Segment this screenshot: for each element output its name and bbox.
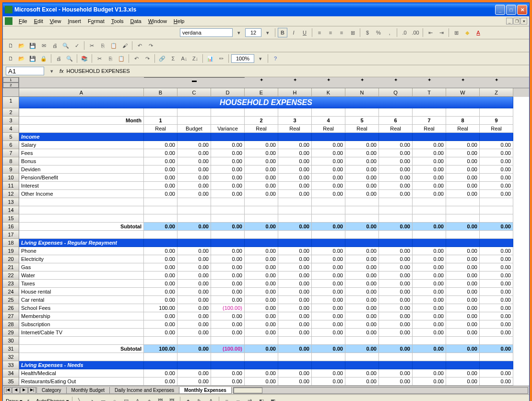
cell[interactable]: 2 [245,117,278,125]
horizontal-scrollbar[interactable] [233,387,528,394]
cell[interactable]: 0.00 [345,157,379,165]
cell[interactable]: 0.00 [278,345,312,353]
cell[interactable]: 0.00 [413,141,446,149]
cell[interactable] [177,214,211,223]
cell[interactable]: 0.00 [345,263,379,271]
cell[interactable] [446,337,480,345]
cell[interactable] [446,239,480,247]
cell[interactable]: House rental [19,288,144,296]
cell[interactable]: Real [480,125,513,133]
sheet-title[interactable]: HOUSEHOLD EXPENSES [19,97,513,108]
cell[interactable]: 0.00 [379,304,413,312]
cell[interactable]: 0.00 [278,223,312,231]
cell[interactable]: 0.00 [345,190,379,198]
menu-edit[interactable]: Edit [31,17,47,25]
cell[interactable]: 0.00 [480,329,513,337]
cell[interactable]: 0.00 [278,296,312,304]
cell[interactable] [278,239,312,247]
cell[interactable]: 0.00 [312,280,345,288]
doc-minimize[interactable]: _ [506,18,513,24]
cell[interactable]: 0.00 [312,149,345,157]
cell[interactable]: 0.00 [446,304,480,312]
decrease-indent-icon[interactable]: ⇤ [426,28,435,37]
cell[interactable] [379,214,413,223]
cell[interactable]: Membership [19,312,144,320]
redo2-icon[interactable]: ↷ [142,54,152,63]
cell[interactable]: 0.00 [211,182,245,190]
row-header[interactable]: 23 [3,280,19,288]
tab-nav-button[interactable]: ▶ [20,387,28,394]
draw-menu[interactable]: Draw ▾ [6,398,23,401]
cell[interactable]: 0.00 [446,165,480,174]
row-header[interactable]: 14 [3,206,19,214]
cell[interactable]: 0.00 [144,174,177,182]
cell[interactable]: 0.00 [480,271,513,280]
cell[interactable]: 0.00 [446,296,480,304]
rectangle-icon[interactable]: ▭ [98,396,108,401]
cell[interactable]: 0.00 [144,165,177,174]
cell[interactable]: (100.00) [211,345,245,353]
cell[interactable]: 0.00 [211,149,245,157]
cell[interactable]: 0.00 [345,320,379,329]
cell[interactable]: 0.00 [413,165,446,174]
cell[interactable]: 0.00 [379,157,413,165]
cell[interactable] [312,133,345,141]
cell[interactable] [446,361,480,369]
maximize-button[interactable]: □ [506,5,516,15]
cell[interactable]: 0.00 [379,312,413,320]
cell[interactable]: 0.00 [379,247,413,255]
cell[interactable]: 0.00 [345,141,379,149]
cell[interactable]: 0.00 [245,182,278,190]
expand-icon[interactable]: ✦ [446,77,480,88]
cell[interactable]: 100.00 [144,304,177,312]
outline-1-button[interactable]: 1 [3,77,19,83]
cell[interactable]: 0.00 [480,174,513,182]
cell[interactable] [312,337,345,345]
print-icon[interactable]: 🖨 [50,41,59,50]
cell[interactable] [177,361,211,369]
cell[interactable]: 0.00 [345,280,379,288]
cell[interactable]: 0.00 [245,369,278,377]
cell[interactable]: 0.00 [345,255,379,263]
cell[interactable] [446,206,480,214]
cell[interactable]: 0.00 [379,182,413,190]
expand-icon[interactable]: ✦ [245,77,278,88]
bold-button[interactable]: B [278,28,287,37]
cell[interactable]: 0.00 [345,174,379,182]
cell[interactable] [312,231,345,239]
cell[interactable]: 0.00 [379,377,413,386]
cell[interactable] [211,337,245,345]
cell[interactable] [413,206,446,214]
cell[interactable]: 0.00 [177,271,211,280]
cell[interactable] [245,198,278,206]
doc-close[interactable]: ✕ [520,18,527,24]
percent-icon[interactable]: % [374,28,383,37]
cell[interactable] [480,337,513,345]
cell[interactable]: Real [379,125,413,133]
cell[interactable] [413,337,446,345]
cell[interactable]: 0.00 [312,263,345,271]
borders-icon[interactable]: ⊞ [451,28,461,37]
cell[interactable]: 0.00 [413,329,446,337]
cell[interactable]: Internet/Cable TV [19,329,144,337]
cell[interactable]: 0.00 [480,312,513,320]
cell[interactable] [19,206,144,214]
cell[interactable]: 0.00 [278,149,312,157]
drawing-icon[interactable]: ✏ [216,54,226,63]
cell[interactable]: 0.00 [480,288,513,296]
cell[interactable]: 0.00 [413,345,446,353]
cell[interactable]: 0.00 [245,345,278,353]
cell[interactable] [245,108,278,117]
cell[interactable]: 0.00 [211,288,245,296]
cell[interactable]: 0.00 [345,149,379,157]
cell[interactable]: 3 [278,117,312,125]
row-header[interactable]: 15 [3,214,19,223]
cell[interactable]: 0.00 [245,320,278,329]
cell[interactable]: 0.00 [379,288,413,296]
cell[interactable]: Real [413,125,446,133]
cell[interactable]: 0.00 [379,329,413,337]
cell[interactable]: 0.00 [413,271,446,280]
cell[interactable] [211,353,245,361]
cell[interactable] [413,214,446,223]
cell[interactable]: 0.00 [446,255,480,263]
